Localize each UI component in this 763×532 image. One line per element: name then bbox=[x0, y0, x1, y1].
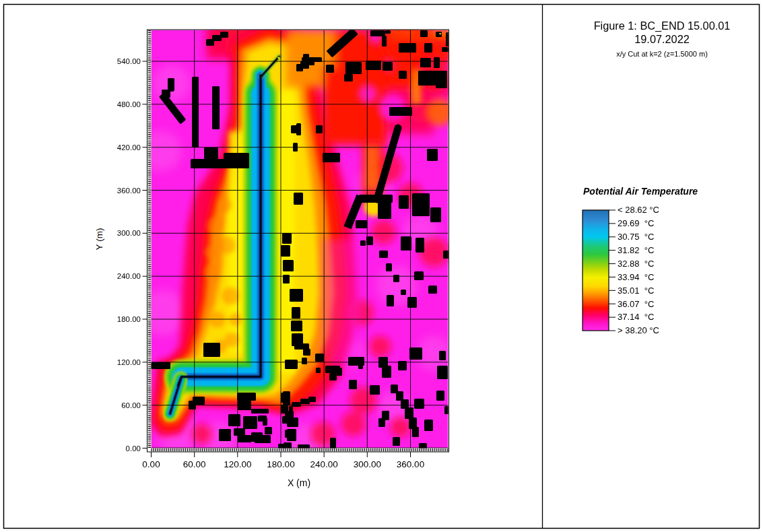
svg-text:35.01 °C: 35.01 °C bbox=[618, 286, 654, 296]
svg-text:240.00: 240.00 bbox=[310, 459, 338, 469]
svg-text:37.14 °C: 37.14 °C bbox=[618, 312, 654, 322]
svg-text:x/y Cut at k=2 (z=1.5000 m): x/y Cut at k=2 (z=1.5000 m) bbox=[616, 50, 708, 58]
svg-text:29.69 °C: 29.69 °C bbox=[618, 218, 654, 228]
svg-text:420.00: 420.00 bbox=[117, 143, 141, 152]
svg-text:480.00: 480.00 bbox=[117, 100, 141, 108]
svg-text:0.00: 0.00 bbox=[142, 459, 160, 469]
svg-text:240.00: 240.00 bbox=[117, 272, 141, 280]
svg-text:36.07 °C: 36.07 °C bbox=[618, 299, 654, 309]
svg-text:540.00: 540.00 bbox=[117, 57, 141, 65]
svg-text:120.00: 120.00 bbox=[117, 358, 141, 366]
svg-text:360.00: 360.00 bbox=[117, 187, 141, 195]
svg-text:> 38.20 °C: > 38.20 °C bbox=[618, 325, 659, 335]
svg-text:33.94 °C: 33.94 °C bbox=[618, 272, 654, 282]
svg-text:0.00: 0.00 bbox=[126, 444, 141, 453]
svg-text:120.00: 120.00 bbox=[224, 459, 251, 469]
svg-text:60.00: 60.00 bbox=[183, 459, 206, 469]
svg-text:Potential Air Temperature: Potential Air Temperature bbox=[583, 186, 698, 197]
svg-text:360.00: 360.00 bbox=[397, 459, 424, 469]
svg-text:Figure 1: BC_END 15.00.01: Figure 1: BC_END 15.00.01 bbox=[594, 20, 731, 32]
svg-text:30.75 °C: 30.75 °C bbox=[618, 232, 654, 242]
svg-text:32.88 °C: 32.88 °C bbox=[618, 259, 654, 269]
svg-text:300.00: 300.00 bbox=[354, 459, 381, 469]
svg-text:X (m): X (m) bbox=[288, 477, 310, 488]
svg-text:< 28.62 °C: < 28.62 °C bbox=[618, 205, 659, 215]
svg-text:31.82 °C: 31.82 °C bbox=[618, 245, 654, 255]
svg-text:300.00: 300.00 bbox=[117, 229, 141, 237]
svg-text:60.00: 60.00 bbox=[121, 401, 141, 409]
svg-text:Y (m): Y (m) bbox=[94, 228, 104, 251]
svg-text:180.00: 180.00 bbox=[267, 459, 294, 469]
svg-text:180.00: 180.00 bbox=[117, 315, 141, 323]
svg-text:19.07.2022: 19.07.2022 bbox=[634, 33, 690, 45]
